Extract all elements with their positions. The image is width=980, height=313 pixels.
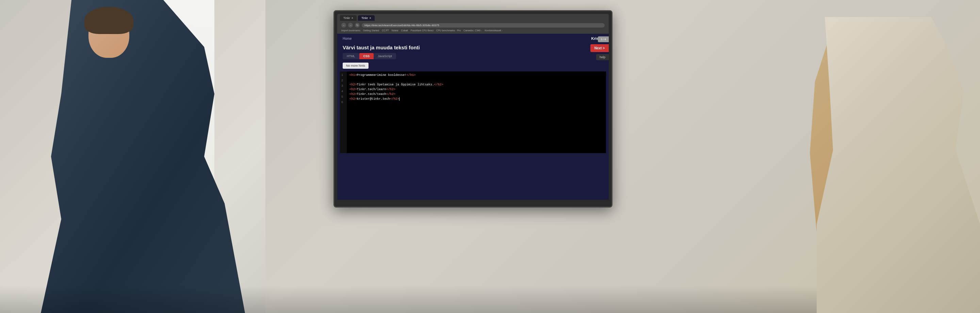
browser-tabs-bar: Tinkr × Tinkr × (340, 15, 606, 21)
line-num-6: 6 (341, 100, 345, 105)
code-tabs-row: HTML CSS JavaScript (337, 53, 609, 59)
code-line-6: <h2>krister@tinkr.tech</h2> (350, 97, 605, 102)
bookmark-2[interactable]: CC:FT (382, 29, 389, 32)
browser-toolbar: ← → ↻ https://tinkr.tech/learn/ExerciseE… (340, 22, 606, 29)
bookmark-1[interactable]: Getting Started (363, 29, 379, 32)
right-panel: 3 / 8 Next > help (582, 34, 609, 200)
progress-indicator: 3 / 8 (598, 37, 609, 42)
tab1-label: Tinkr (343, 16, 350, 20)
monitor: Tinkr × Tinkr × ← → ↻ https://tinkr.tech… (334, 10, 612, 221)
bookmark-3[interactable]: Notesi (392, 29, 398, 32)
line-num-1: 1 (341, 73, 345, 78)
line-num-3: 3 (341, 84, 345, 89)
tab-javascript[interactable]: JavaScript (374, 53, 396, 59)
forward-button[interactable]: → (348, 23, 353, 27)
app-content: Home Krister Värvi taust ja muuda teksti… (337, 34, 609, 200)
no-more-hints-button[interactable]: No more hints (343, 63, 369, 69)
tab2-label: Tinkr (361, 16, 368, 20)
bookmark-8[interactable]: Kombinisikaselt - (485, 29, 503, 32)
tab-html[interactable]: HTML (343, 53, 360, 59)
browser-tab-1[interactable]: Tinkr × (340, 15, 356, 21)
browser-chrome: Tinkr × Tinkr × ← → ↻ https://tinkr.tech… (337, 14, 609, 34)
code-line-1: <h1>Programmeerimine kooldesse!</h1> (350, 73, 605, 78)
refresh-button[interactable]: ↻ (355, 23, 360, 27)
bookmark-4[interactable]: Cobalt (401, 29, 408, 32)
code-line-5: <h2>Tinkr.tech/teach</h2> (350, 92, 605, 97)
task-title: Värvi taust ja muuda teksti fonti (337, 43, 609, 53)
home-link[interactable]: Home (343, 37, 352, 40)
line-num-2: 2 (341, 78, 345, 83)
tab-html-label: HTML (347, 54, 355, 58)
bookmarks-bar: Import bookmarks Getting Started CC:FT N… (340, 29, 606, 32)
address-bar[interactable]: https://tinkr.tech/learn/ExerciseEdit/fd… (362, 23, 605, 27)
code-content: <h1>Programmeerimine kooldesse!</h1> <h2… (348, 71, 606, 103)
code-line-2 (350, 78, 605, 82)
app-header: Home Krister (337, 34, 609, 43)
monitor-bezel: Tinkr × Tinkr × ← → ↻ https://tinkr.tech… (334, 10, 612, 208)
browser-tab-2[interactable]: Tinkr × (358, 15, 375, 21)
tab1-close[interactable]: × (352, 16, 353, 20)
bookmark-7[interactable]: Canwebs: C346 - (463, 29, 482, 32)
code-line-4: <h2>Tinkr.tech/learn</h2> (350, 87, 605, 92)
tab2-close[interactable]: × (369, 16, 371, 20)
tab-css-label: CSS (363, 54, 370, 58)
code-line-3: <h2>Tinkr teeb õpetamise ja õppimise lih… (350, 82, 605, 87)
line-num-5: 5 (341, 95, 345, 99)
line-numbers: 1 2 3 4 5 6 (340, 71, 347, 153)
code-editor[interactable]: 1 2 3 4 5 6 <h1>Programmeerimine kooldes… (340, 71, 606, 153)
line-num-4: 4 (341, 89, 345, 94)
next-button[interactable]: Next > (590, 44, 609, 52)
cursor (399, 97, 399, 101)
bookmark-5[interactable]: PassMark CPU Benci (411, 29, 434, 32)
help-button[interactable]: help (596, 54, 609, 60)
tab-css[interactable]: CSS (360, 53, 374, 59)
bookmark-import[interactable]: Import bookmarks (341, 29, 360, 32)
tab-js-label: JavaScript (378, 54, 392, 58)
back-button[interactable]: ← (341, 23, 346, 27)
bookmark-6[interactable]: CPU benchmarks - Pro (436, 29, 461, 32)
hints-row: No more hints (337, 62, 609, 71)
person-left-hair (84, 7, 134, 34)
